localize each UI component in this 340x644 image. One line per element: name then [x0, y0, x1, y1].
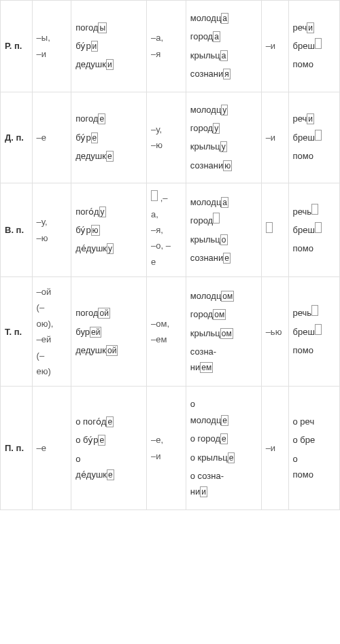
- stem: молодц: [190, 13, 222, 23]
- table-row: Р. п.–ы,–ипогодыбу́ридедушки–а,–ямолодца…: [1, 1, 340, 92]
- examples-1: о пого́део бу́реоде́душке: [71, 387, 147, 509]
- word-example: о реч: [293, 414, 335, 429]
- ending-box: и: [106, 59, 114, 70]
- examples-2: молодцомгородомкрыльцомсозна-нием: [186, 277, 261, 387]
- word-example: бу́ре: [75, 130, 142, 145]
- ending-box: ой: [106, 345, 118, 356]
- stem: помо: [293, 151, 313, 161]
- word-example: молодца: [190, 194, 257, 210]
- word-example: погоды: [75, 20, 142, 35]
- stem: бу́р: [75, 132, 90, 143]
- table-row: В. п.–у,–юпого́дубу́рюде́душку ,–а,–я,–о…: [1, 183, 340, 277]
- ending-box: [315, 222, 322, 233]
- ending-box: ом: [220, 328, 233, 339]
- ending-box: е: [98, 113, 105, 124]
- stem: бреш: [293, 225, 315, 235]
- word-example: города: [190, 29, 257, 44]
- examples-1: погодыбу́ридедушки: [71, 1, 147, 92]
- case-label: Т. п.: [1, 277, 33, 387]
- stem: опомо: [293, 454, 313, 480]
- case-label: Р. п.: [1, 1, 33, 92]
- examples-3: речьбрешпомо: [288, 277, 339, 387]
- stem: о бре: [293, 435, 316, 445]
- word-example: крыльцу: [190, 139, 257, 154]
- word-example: бурей: [75, 324, 142, 340]
- word-example: бу́рю: [75, 222, 142, 238]
- examples-2: молодцагородкрыльцосознание: [186, 183, 261, 277]
- ending-box: у: [213, 123, 220, 134]
- word-example: о бу́ре: [75, 432, 142, 448]
- word-example: о пого́де: [75, 414, 142, 429]
- word-example: речь: [293, 204, 335, 219]
- examples-3: о речо бреопомо: [288, 387, 339, 509]
- word-example: помо: [293, 148, 335, 164]
- word-example: сознанию: [190, 158, 257, 173]
- ending-box: е: [106, 416, 114, 427]
- stem: пого́д: [75, 207, 99, 217]
- stem: город: [190, 309, 213, 319]
- ending-3: –ью: [261, 277, 288, 387]
- ending-box: е: [91, 132, 99, 143]
- word-example: городу: [190, 120, 257, 136]
- examples-3: речибрешпомо: [288, 1, 339, 92]
- ending-box: о: [220, 234, 228, 245]
- word-example: сознания: [190, 66, 257, 82]
- ending-box: [315, 130, 322, 141]
- ending-3: –и: [261, 387, 288, 509]
- word-example: бреш: [293, 222, 335, 238]
- ending-box: у: [221, 105, 228, 115]
- word-example: де́душку: [75, 240, 142, 256]
- examples-3: речьбрешпомо: [288, 183, 339, 277]
- ending-box: [151, 190, 158, 201]
- ending-box: ю: [223, 160, 232, 171]
- examples-2: молодцугородукрыльцусознанию: [186, 92, 261, 183]
- ending-box: е: [223, 253, 231, 264]
- examples-1: погодебу́редедушке: [71, 92, 147, 183]
- ending-1: –е: [32, 387, 71, 509]
- stem: город: [190, 31, 213, 41]
- stem: бур: [75, 327, 90, 337]
- word-example: омолодце: [190, 396, 257, 428]
- word-example: речи: [293, 20, 335, 35]
- ending-box: а: [220, 50, 228, 61]
- ending-box: ой: [98, 308, 109, 319]
- ending-2: –у,–ю: [147, 92, 186, 183]
- ending-box: у: [99, 207, 106, 217]
- word-example: крыльцом: [190, 325, 257, 341]
- declension-table: Р. п.–ы,–ипогодыбу́ридедушки–а,–ямолодца…: [0, 0, 340, 510]
- stem: бу́р: [75, 41, 90, 51]
- word-example: погоде: [75, 111, 142, 126]
- stem: погод: [75, 308, 98, 318]
- word-example: крыльцо: [190, 232, 257, 247]
- word-example: дедушке: [75, 148, 142, 164]
- stem: дедушк: [75, 151, 106, 161]
- ending-box: [266, 222, 273, 233]
- stem: о пого́д: [75, 416, 106, 427]
- stem: город: [190, 215, 213, 226]
- ending-box: [315, 324, 322, 335]
- table-row: Д. п.–епогодебу́редедушке–у,–юмолодцугор…: [1, 92, 340, 183]
- stem: крыльц: [190, 328, 220, 338]
- stem: о реч: [293, 416, 315, 427]
- examples-3: речибрешпомо: [288, 92, 339, 183]
- word-example: о крыльце: [190, 450, 257, 465]
- stem: сознани: [190, 253, 224, 263]
- case-label: Д. п.: [1, 92, 33, 183]
- ending-box: ом: [221, 291, 234, 302]
- word-example: сознание: [190, 250, 257, 266]
- ending-box: е: [221, 415, 228, 426]
- ending-2: –а,–я: [147, 1, 186, 92]
- ending-box: [315, 38, 322, 49]
- stem: речь: [293, 308, 312, 318]
- word-example: помо: [293, 240, 335, 256]
- ending-3: –и: [261, 92, 288, 183]
- stem: крыльц: [190, 141, 220, 151]
- word-example: созна-нием: [190, 344, 257, 376]
- ending-box: е: [220, 433, 228, 444]
- stem: бреш: [293, 327, 315, 337]
- stem: помо: [293, 59, 313, 69]
- ending-box: ей: [90, 327, 101, 338]
- word-example: о созна-нии: [190, 468, 257, 500]
- stem: о крыльц: [190, 452, 228, 463]
- stem: помо: [293, 345, 313, 355]
